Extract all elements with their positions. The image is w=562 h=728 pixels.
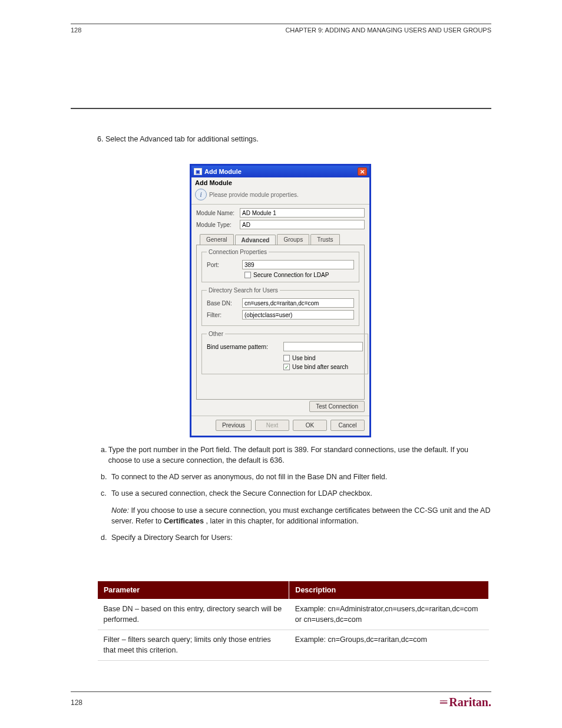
step-6: 6. Select the Advanced tab for additiona… <box>97 134 491 145</box>
connection-properties-group: Connection Properties Port: Secure Conne… <box>201 249 359 282</box>
body-after-dialog: a. Type the port number in the Port fiel… <box>97 444 491 549</box>
base-dn-input[interactable] <box>242 298 354 308</box>
window-icon: ▣ <box>194 168 202 175</box>
next-button: Next <box>255 420 289 431</box>
step-6a-label: a. <box>97 444 108 466</box>
other-group: Other Bind username pattern: Use bind ✓ … <box>201 331 368 374</box>
filter-label: Filter: <box>207 312 242 318</box>
page-footer: 128 ≡≡ Raritan. <box>71 691 491 709</box>
table-cell-desc: Example: cn=Groups,dc=raritan,dc=com <box>289 630 489 661</box>
info-icon: i <box>195 189 207 200</box>
table-row: Base DN – based on this entry, directory… <box>98 599 489 630</box>
secure-ldap-checkbox[interactable] <box>244 272 251 278</box>
tabstrip: General Advanced Groups Trusts <box>191 234 369 245</box>
step-6d-text: Specify a Directory Search for Users: <box>111 532 233 543</box>
step-6a: a. Type the port number in the Port fiel… <box>97 444 491 466</box>
add-module-dialog-screenshot: ▣ Add Module ✕ Add Module i Please provi… <box>190 164 371 437</box>
tab-trusts[interactable]: Trusts <box>310 234 339 245</box>
table-row: Filter – filters search query; limits on… <box>98 630 489 661</box>
dialog-buttonbar: Previous Next OK Cancel <box>191 416 369 436</box>
step-6b: b. To connect to the AD server as anonym… <box>97 472 491 482</box>
note: Note: If you choose to use a secure conn… <box>97 505 491 526</box>
module-type-input[interactable] <box>240 220 365 229</box>
secure-ldap-label: Secure Connection for LDAP <box>253 272 329 278</box>
step-6b-label: b. <box>97 472 111 482</box>
dialog-info-text: Please provide module properties. <box>209 192 299 198</box>
dialog-pane-header: Add Module i Please provide module prope… <box>191 177 369 205</box>
raritan-logo: ≡≡ Raritan. <box>439 696 491 709</box>
directory-search-legend: Directory Search for Users <box>207 287 280 294</box>
tab-advanced[interactable]: Advanced <box>235 235 276 245</box>
header-chapter: CHAPTER 9: ADDING AND MANAGING USERS AND… <box>285 27 491 34</box>
table-header-description: Description <box>289 581 489 599</box>
close-icon[interactable]: ✕ <box>358 167 367 176</box>
previous-button[interactable]: Previous <box>216 420 252 431</box>
base-dn-label: Base DN: <box>207 300 242 307</box>
step-6a-text: Type the port number in the Port field. … <box>108 444 491 466</box>
test-connection-button[interactable]: Test Connection <box>309 401 365 412</box>
header-page-number: 128 <box>71 27 81 34</box>
table-cell-param: Base DN – based on this entry, directory… <box>98 599 289 630</box>
ok-button[interactable]: OK <box>293 420 327 431</box>
table-header-parameter: Parameter <box>98 581 289 599</box>
step-6c-label: c. <box>97 488 111 499</box>
table-cell-param: Filter – filters search query; limits on… <box>98 630 289 661</box>
step-6b-text: To connect to the AD server as anonymous… <box>111 472 387 482</box>
use-bind-after-checkbox[interactable]: ✓ <box>283 364 290 370</box>
footer-page-number: 128 <box>71 699 82 707</box>
filter-input[interactable] <box>242 310 354 319</box>
tab-general[interactable]: General <box>200 234 234 245</box>
dialog-form: Module Name: Module Type: <box>191 205 369 234</box>
add-module-dialog: ▣ Add Module ✕ Add Module i Please provi… <box>190 164 371 437</box>
page-header: 128 CHAPTER 9: ADDING AND MANAGING USERS… <box>71 24 491 34</box>
module-type-label: Module Type: <box>196 222 240 228</box>
logo-text: Raritan. <box>449 696 491 709</box>
cancel-button[interactable]: Cancel <box>330 420 365 431</box>
port-input[interactable] <box>242 260 354 269</box>
tab-advanced-page: Connection Properties Port: Secure Conne… <box>196 245 365 400</box>
port-label: Port: <box>207 262 242 268</box>
body-upper: 6. Select the Advanced tab for additiona… <box>97 134 491 145</box>
other-legend: Other <box>207 331 225 337</box>
bind-pattern-input[interactable] <box>283 342 363 351</box>
note-link: Certificates <box>164 517 204 525</box>
note-title: Note: <box>111 506 129 515</box>
note-tail: , later in this chapter, for additional … <box>206 517 359 525</box>
step-6d: d. Specify a Directory Search for Users: <box>97 532 491 543</box>
module-name-input[interactable] <box>240 208 365 218</box>
table-cell-desc: Example: cn=Administrator,cn=users,dc=ra… <box>289 599 489 630</box>
step-6c: c. To use a secured connection, check th… <box>97 488 491 499</box>
connection-properties-legend: Connection Properties <box>207 249 269 255</box>
section-title-zone <box>71 103 491 109</box>
bind-pattern-label: Bind username pattern: <box>207 344 281 350</box>
module-name-label: Module Name: <box>196 210 240 216</box>
directory-search-group: Directory Search for Users Base DN: Filt… <box>201 287 359 326</box>
logo-mark-icon: ≡≡ <box>439 698 447 707</box>
use-bind-checkbox[interactable] <box>283 355 290 361</box>
use-bind-after-label: Use bind after search <box>292 364 348 370</box>
step-6c-text: To use a secured connection, check the S… <box>111 488 372 499</box>
tab-groups[interactable]: Groups <box>277 234 309 245</box>
dialog-title: Add Module <box>204 168 242 175</box>
step-6d-label: d. <box>97 532 111 543</box>
dialog-pane-title: Add Module <box>195 179 366 186</box>
parameters-table: Parameter Description Base DN – based on… <box>97 581 489 661</box>
use-bind-label: Use bind <box>292 355 315 361</box>
dialog-titlebar: ▣ Add Module ✕ <box>191 166 369 177</box>
